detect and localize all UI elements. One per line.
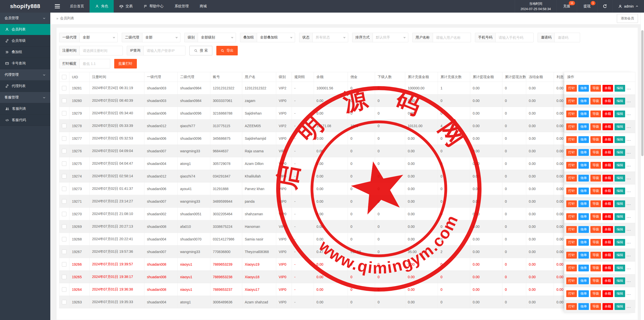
more-actions-button[interactable]: ... — [627, 240, 631, 244]
nav-item-5[interactable]: 商城 — [194, 0, 212, 13]
action-余额-button[interactable]: 余额 — [602, 200, 613, 207]
action-编辑-button[interactable]: 编辑 — [615, 303, 625, 310]
action-等级-button[interactable]: 等级 — [590, 111, 601, 117]
row-checkbox[interactable] — [62, 124, 66, 128]
action-余额-button[interactable]: 余额 — [602, 213, 613, 220]
action-做单-button[interactable]: 做单 — [578, 85, 589, 92]
action-余额-button[interactable]: 余额 — [602, 290, 613, 297]
action-做单-button[interactable]: 做单 — [578, 239, 589, 246]
row-checkbox[interactable] — [62, 136, 66, 141]
sidebar-item-0-2[interactable]: 叠加组 — [0, 47, 50, 58]
action-打针-button[interactable]: 打针 — [566, 290, 577, 297]
filter-input-注册时间[interactable] — [80, 46, 123, 55]
more-actions-button[interactable]: ... — [627, 176, 631, 180]
action-编辑-button[interactable]: 编辑 — [615, 136, 625, 143]
withdraw-link[interactable]: 提现 1 — [577, 0, 597, 13]
action-编辑-button[interactable]: 编辑 — [615, 277, 625, 284]
refresh-button[interactable] — [597, 0, 612, 13]
action-余额-button[interactable]: 余额 — [602, 162, 613, 169]
action-余额-button[interactable]: 余额 — [602, 149, 613, 156]
row-checkbox[interactable] — [62, 262, 66, 267]
nav-item-4[interactable]: 系统管理 — [169, 0, 194, 13]
action-打针-button[interactable]: 打针 — [566, 188, 577, 194]
action-做单-button[interactable]: 做单 — [578, 200, 589, 207]
sidebar-item-1-0[interactable]: 代理列表 — [0, 81, 50, 92]
action-余额-button[interactable]: 余额 — [602, 188, 613, 194]
action-余额-button[interactable]: 余额 — [602, 123, 613, 130]
more-actions-button[interactable]: ... — [627, 202, 631, 206]
action-做单-button[interactable]: 做单 — [578, 277, 589, 284]
column-header-2[interactable]: 一级代理 — [144, 72, 178, 82]
action-打针-button[interactable]: 打针 — [566, 200, 577, 207]
action-等级-button[interactable]: 等级 — [590, 188, 601, 194]
column-header-14[interactable]: 累计提现次数 — [502, 72, 526, 82]
row-checkbox[interactable] — [62, 275, 66, 279]
action-编辑-button[interactable]: 编辑 — [615, 98, 625, 104]
action-做单-button[interactable]: 做单 — [578, 149, 589, 156]
more-actions-button[interactable]: ... — [627, 253, 631, 257]
action-做单-button[interactable]: 做单 — [578, 162, 589, 169]
action-做单-button[interactable]: 做单 — [578, 226, 589, 233]
nav-item-3[interactable]: 帮助中心 — [138, 0, 169, 13]
action-编辑-button[interactable]: 编辑 — [615, 265, 625, 271]
action-等级-button[interactable]: 等级 — [590, 213, 601, 220]
row-checkbox[interactable] — [62, 161, 66, 166]
nav-item-1[interactable]: 角色 — [90, 0, 114, 13]
row-checkbox[interactable] — [62, 199, 66, 204]
action-打针-button[interactable]: 打针 — [566, 98, 577, 104]
row-checkbox[interactable] — [62, 98, 66, 103]
batch-inject-button[interactable]: 批量打针 — [114, 59, 137, 68]
row-checkbox[interactable] — [62, 86, 66, 90]
action-打针-button[interactable]: 打针 — [566, 85, 577, 92]
more-actions-button[interactable]: ... — [627, 163, 631, 167]
more-actions-button[interactable]: ... — [627, 189, 631, 193]
more-actions-button[interactable]: ... — [627, 227, 631, 231]
action-打针-button[interactable]: 打针 — [566, 111, 577, 117]
action-编辑-button[interactable]: 编辑 — [615, 188, 625, 194]
column-header-5[interactable]: 用户名 — [242, 72, 276, 82]
action-做单-button[interactable]: 做单 — [578, 111, 589, 117]
action-等级-button[interactable]: 等级 — [590, 85, 601, 92]
action-余额-button[interactable]: 余额 — [602, 265, 613, 271]
filter-select-排序方式[interactable]: 默认排序 — [373, 33, 408, 42]
more-actions-button[interactable]: ... — [627, 86, 631, 90]
action-做单-button[interactable]: 做单 — [578, 175, 589, 182]
action-余额-button[interactable]: 余额 — [602, 85, 613, 92]
action-打针-button[interactable]: 打针 — [566, 136, 577, 143]
action-打针-button[interactable]: 打针 — [566, 175, 577, 182]
column-header-3[interactable]: 二级代理 — [178, 72, 210, 82]
row-checkbox[interactable] — [62, 300, 66, 304]
column-header-10[interactable]: 下级人数 — [375, 72, 405, 82]
action-编辑-button[interactable]: 编辑 — [615, 111, 625, 117]
sidebar-group-2[interactable]: 客服管理 — [0, 92, 50, 103]
action-编辑-button[interactable]: 编辑 — [615, 175, 625, 182]
more-actions-button[interactable]: ... — [627, 215, 631, 219]
action-余额-button[interactable]: 余额 — [602, 239, 613, 246]
filter-input-打针幅度[interactable] — [80, 59, 110, 68]
action-做单-button[interactable]: 做单 — [578, 188, 589, 194]
action-做单-button[interactable]: 做单 — [578, 252, 589, 259]
column-header-1[interactable]: 注册时间 — [90, 72, 144, 82]
filter-input-手机号码[interactable] — [496, 33, 533, 42]
column-header-12[interactable]: 累计充值次数 — [438, 72, 470, 82]
action-等级-button[interactable]: 等级 — [590, 226, 601, 233]
sidebar-group-0[interactable]: 会员管理 — [0, 13, 50, 24]
more-actions-button[interactable]: ... — [627, 150, 631, 154]
action-等级-button[interactable]: 等级 — [590, 303, 601, 310]
action-余额-button[interactable]: 余额 — [602, 111, 613, 117]
action-打针-button[interactable]: 打针 — [566, 162, 577, 169]
action-做单-button[interactable]: 做单 — [578, 303, 589, 310]
filter-input-用户名称[interactable] — [433, 33, 471, 42]
action-打针-button[interactable]: 打针 — [566, 252, 577, 259]
filter-select-二级代理[interactable]: 全部 — [142, 33, 180, 42]
row-checkbox[interactable] — [62, 287, 66, 292]
action-余额-button[interactable]: 余额 — [602, 226, 613, 233]
row-checkbox[interactable] — [62, 250, 66, 254]
column-header-6[interactable]: 级别 — [276, 72, 292, 82]
action-等级-button[interactable]: 等级 — [590, 98, 601, 104]
scrollbar-thumb[interactable] — [641, 30, 643, 156]
action-余额-button[interactable]: 余额 — [602, 252, 613, 259]
more-actions-button[interactable]: ... — [627, 266, 631, 270]
column-header-8[interactable]: 余额 — [314, 72, 348, 82]
filter-input-IP查询[interactable] — [144, 46, 185, 55]
